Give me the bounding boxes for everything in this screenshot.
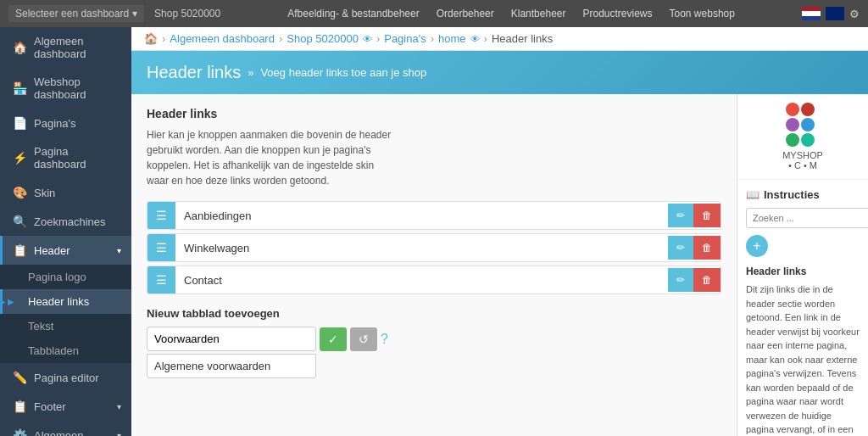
gear-icon: ⚙️ (13, 428, 27, 436)
add-tab-input[interactable] (147, 327, 316, 351)
content-body: Header links Hier kan je knoppen aanmake… (131, 94, 868, 436)
autocomplete-dropdown: Algemene voorwaarden (147, 354, 316, 378)
eye2-icon[interactable]: 👁 (470, 34, 480, 44)
instructies-section: 📖 Instructies 🔍 + Header links Dit zijn … (737, 180, 868, 436)
nav-klantbeheer[interactable]: Klantbeheer (511, 8, 566, 20)
section-title: Header links (147, 107, 721, 120)
delete-btn-winkelwagen[interactable]: 🗑 (693, 236, 721, 260)
edit-btn-contact[interactable]: ✏ (668, 268, 693, 292)
select-dashboard-btn[interactable]: Selecteer een dashboard ▾ (8, 5, 144, 22)
header-icon: 📋 (13, 243, 27, 257)
search-icon: 🔍 (13, 215, 27, 228)
breadcrumb-home-icon[interactable]: 🏠 (144, 32, 158, 45)
delete-btn-contact[interactable]: 🗑 (693, 268, 721, 292)
link-item-aanbiedingen: ☰ Aanbiedingen ✏ 🗑 (147, 201, 721, 230)
add-tab-section: Nieuw tabblad toevoegen ✓ ↺ ? Algemene v… (147, 307, 721, 351)
sidebar-sub-tekst[interactable]: Tekst (0, 314, 131, 338)
nav-afbeelding[interactable]: Afbeelding- & bestandbeheer (287, 8, 419, 20)
page-subtitle: Voeg header links toe aan je shop (260, 66, 426, 79)
logo-circle-6 (801, 133, 815, 147)
shop-label: Shop 5020000 (154, 8, 220, 20)
page-title: Header links (147, 63, 241, 82)
add-tab-row: ✓ ↺ ? Algemene voorwaarden (147, 327, 721, 351)
shop-icon: 🏪 (13, 81, 27, 95)
right-info-title: Header links (746, 266, 860, 277)
link-item-contact: ☰ Contact ✏ 🗑 (147, 266, 721, 294)
breadcrumb-algemeen[interactable]: Algemeen dashboard (170, 32, 275, 45)
add-tab-title: Nieuw tabblad toevoegen (147, 307, 721, 320)
footer-icon: 📋 (13, 400, 27, 413)
drag-handle-contact[interactable]: ☰ (147, 266, 175, 293)
breadcrumb-paginas[interactable]: Pagina's (384, 32, 426, 45)
settings-icon[interactable]: ⚙ (849, 8, 860, 20)
autocomplete-item-algemene[interactable]: Algemene voorwaarden (147, 355, 315, 377)
logo-circle-1 (786, 103, 799, 116)
sidebar-item-footer[interactable]: 📋 Footer ▾ (0, 392, 131, 421)
sidebar-item-paginas[interactable]: 📄 Pagina's (0, 109, 131, 137)
logo-circles (786, 103, 820, 147)
sidebar-item-pagina-editor[interactable]: ✏️ Pagina editor (0, 363, 131, 392)
nav-productreviews[interactable]: Productreviews (582, 8, 652, 20)
flag-en-icon[interactable] (826, 7, 844, 20)
main-section: Header links Hier kan je knoppen aanmake… (131, 94, 737, 436)
page-header: Header links » Voeg header links toe aan… (131, 51, 868, 94)
edit-btn-winkelwagen[interactable]: ✏ (668, 236, 693, 260)
confirm-btn[interactable]: ✓ (320, 327, 347, 351)
breadcrumb-shop[interactable]: Shop 5020000 (287, 32, 359, 45)
sidebar-item-algemeen-dashboard[interactable]: 🏠 Algemeen dashboard (0, 27, 131, 68)
drag-handle-winkelwagen[interactable]: ☰ (147, 234, 175, 261)
section-desc: Hier kan je knoppen aanmaken die bovenin… (147, 127, 392, 188)
sidebar-sub-pagina-logo[interactable]: Pagina logo (0, 265, 131, 289)
logo-circle-2 (801, 103, 815, 116)
reset-btn[interactable]: ↺ (350, 327, 377, 351)
sidebar-item-skin[interactable]: 🎨 Skin (0, 178, 131, 207)
breadcrumb: 🏠 › Algemeen dashboard › Shop 5020000 👁 … (131, 27, 868, 51)
sidebar: 🏠 Algemeen dashboard 🏪 Webshop dashboard… (0, 27, 131, 436)
search-row: 🔍 (746, 208, 860, 228)
top-nav-left: Selecteer een dashboard ▾ Shop 5020000 (8, 5, 220, 22)
nav-orderbeheer[interactable]: Orderbeheer (437, 8, 494, 20)
header-subitems: Pagina logo Header links ▶ Tekst Tabblad… (0, 265, 131, 363)
link-name-winkelwagen: Winkelwagen (175, 235, 668, 261)
editor-icon: ✏️ (13, 371, 27, 384)
right-panel: MYSHOP• C • M 📖 Instructies 🔍 + Header l… (737, 94, 868, 436)
sidebar-item-pagina-dashboard[interactable]: ⚡ Pagina dashboard (0, 137, 131, 178)
header-arrow: » (248, 66, 253, 79)
chevron-down-icon: ▾ (117, 246, 121, 255)
sidebar-item-zoekmachines[interactable]: 🔍 Zoekmachines (0, 207, 131, 236)
home-icon: 🏠 (13, 41, 27, 54)
logo-circle-4 (801, 118, 815, 131)
chevron-down-algemeen-icon: ▾ (117, 431, 121, 437)
add-circle-btn[interactable]: + (746, 235, 768, 257)
logo-text: MYSHOP• C • M (746, 150, 860, 170)
right-info-text: Dit zijn links die in de header sectie w… (746, 282, 860, 436)
top-nav-center: Afbeelding- & bestandbeheer Orderbeheer … (225, 8, 797, 20)
edit-btn-aanbiedingen[interactable]: ✏ (668, 204, 693, 227)
active-arrow-icon: ▶ (8, 297, 14, 306)
breadcrumb-current: Header links (492, 32, 553, 45)
sidebar-item-webshop-dashboard[interactable]: 🏪 Webshop dashboard (0, 68, 131, 109)
flag-nl-icon[interactable] (802, 7, 821, 20)
drag-handle-aanbiedingen[interactable]: ☰ (147, 202, 175, 229)
nav-toon-webshop[interactable]: Toon webshop (670, 8, 735, 20)
skin-icon: 🎨 (13, 186, 27, 199)
link-item-winkelwagen: ☰ Winkelwagen ✏ 🗑 (147, 233, 721, 262)
content-area: 🏠 › Algemeen dashboard › Shop 5020000 👁 … (131, 27, 868, 436)
breadcrumb-home-page[interactable]: home (438, 32, 466, 45)
sidebar-item-header[interactable]: 📋 Header ▾ (0, 236, 131, 265)
instructies-title: 📖 Instructies (746, 188, 860, 201)
delete-btn-aanbiedingen[interactable]: 🗑 (693, 204, 721, 227)
sidebar-sub-tabbladen[interactable]: Tabbladen (0, 338, 131, 363)
sidebar-item-algemeen[interactable]: ⚙️ Algemeen ▾ (0, 421, 131, 436)
eye-icon[interactable]: 👁 (363, 34, 372, 44)
chevron-down-footer-icon: ▾ (117, 402, 121, 411)
link-name-aanbiedingen: Aanbiedingen (175, 203, 668, 229)
logo-circle-3 (786, 118, 799, 131)
sidebar-sub-header-links[interactable]: Header links ▶ (0, 289, 131, 314)
top-nav: Selecteer een dashboard ▾ Shop 5020000 A… (0, 0, 868, 27)
search-input[interactable] (746, 208, 868, 228)
bolt-icon: ⚡ (13, 151, 27, 165)
help-btn[interactable]: ? (381, 332, 388, 347)
chevron-down-icon: ▾ (132, 8, 137, 20)
top-nav-right: ⚙ (802, 7, 860, 20)
